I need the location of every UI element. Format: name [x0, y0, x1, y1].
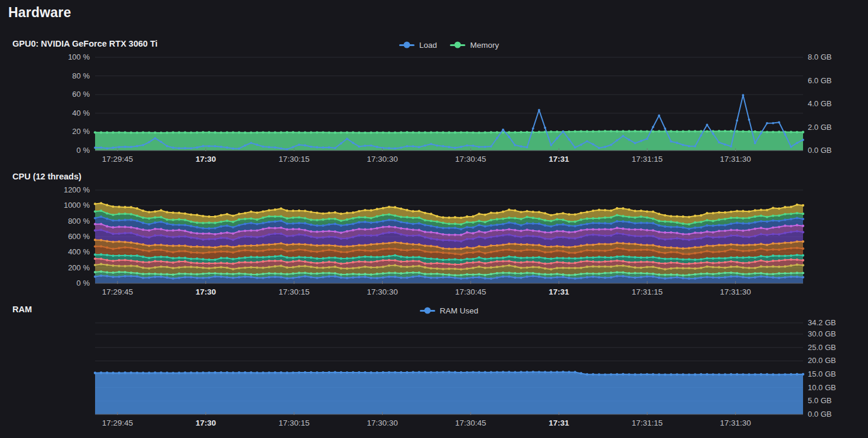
y-axis-tick-label: 600 % [13, 232, 90, 241]
y-axis-tick-label: 100 % [13, 53, 90, 61]
y-axis-tick-label: 0.0 GB [808, 410, 868, 419]
y-axis-tick-label: 40 % [13, 109, 90, 117]
x-axis-tick-label: 17:31:30 [707, 155, 764, 164]
y-axis-tick-label: 4.0 GB [808, 99, 868, 108]
y-axis-tick-label: 80 % [13, 71, 90, 80]
x-axis-tick-label: 17:31 [531, 155, 588, 164]
y-axis-tick-label: 0 % [13, 279, 90, 287]
x-axis-tick-label: 17:30:45 [442, 287, 499, 296]
ram-usage-chart[interactable] [95, 323, 803, 414]
x-axis-tick-label: 17:30:15 [266, 419, 322, 427]
ram-chart-title: RAM [12, 305, 32, 314]
memory-legend-dot-icon [455, 42, 461, 48]
legend-label-ram-used: RAM Used [440, 306, 478, 315]
y-axis-tick-label: 5.0 GB [808, 396, 868, 405]
x-axis-tick-label: 17:30:30 [354, 287, 411, 296]
y-axis-tick-label: 2.0 GB [808, 123, 868, 132]
x-axis-tick-label: 17:31:15 [619, 287, 676, 296]
y-axis-tick-label: 34.2 GB [808, 318, 868, 327]
y-axis-tick-label: 0 % [13, 146, 90, 155]
x-axis-tick-label: 17:31 [531, 419, 588, 427]
legend-item-memory[interactable]: Memory [450, 41, 499, 50]
ram-used-legend-marker-icon [420, 310, 435, 312]
gpu-legend: Load Memory [95, 40, 803, 50]
x-axis-tick-label: 17:30 [178, 155, 234, 164]
x-axis-tick-label: 17:30 [178, 419, 234, 427]
legend-item-load[interactable]: Load [399, 41, 437, 50]
x-axis-tick-label: 17:30:45 [442, 419, 499, 427]
y-axis-tick-label: 20.0 GB [808, 356, 868, 365]
x-axis-tick-label: 17:31:15 [619, 419, 676, 427]
x-axis-tick-label: 17:29:45 [89, 419, 146, 427]
x-axis-tick-label: 17:30 [178, 287, 234, 296]
y-axis-tick-label: 6.0 GB [808, 76, 868, 85]
y-axis-tick-label: 0.0 GB [808, 146, 868, 155]
hardware-dashboard: Hardware GPU0: NVIDIA GeForce RTX 3060 T… [0, 0, 868, 438]
ram-legend: RAM Used [95, 305, 803, 316]
y-axis-tick-label: 400 % [13, 247, 90, 256]
y-axis-tick-label: 20 % [13, 127, 90, 136]
x-axis-tick-label: 17:31:30 [707, 287, 764, 296]
memory-legend-marker-icon [450, 44, 465, 46]
x-axis-tick-label: 17:31 [531, 287, 588, 296]
legend-label-load: Load [419, 41, 437, 50]
cpu-chart-title: CPU (12 threads) [12, 172, 81, 181]
x-axis-tick-label: 17:30:30 [354, 419, 411, 427]
legend-item-ram-used[interactable]: RAM Used [420, 306, 478, 315]
y-axis-tick-label: 15.0 GB [808, 370, 868, 378]
x-axis-tick-label: 17:31:30 [707, 419, 764, 427]
y-axis-tick-label: 200 % [13, 263, 90, 272]
x-axis-tick-label: 17:30:15 [266, 287, 322, 296]
x-axis-tick-label: 17:31:15 [619, 155, 676, 164]
y-axis-tick-label: 10.0 GB [808, 383, 868, 392]
x-axis-tick-label: 17:29:45 [89, 155, 146, 164]
y-axis-tick-label: 60 % [13, 90, 90, 99]
x-axis-tick-label: 17:29:45 [89, 287, 146, 296]
ram-used-legend-dot-icon [424, 308, 430, 314]
y-axis-tick-label: 1000 % [13, 201, 90, 210]
y-axis-tick-label: 800 % [13, 217, 90, 225]
y-axis-tick-label: 8.0 GB [808, 53, 868, 61]
y-axis-tick-label: 25.0 GB [808, 343, 868, 352]
x-axis-tick-label: 17:30:30 [354, 155, 411, 164]
gpu-usage-chart[interactable] [95, 57, 803, 151]
load-legend-marker-icon [399, 44, 415, 46]
load-legend-dot-icon [404, 42, 410, 48]
x-axis-tick-label: 17:30:45 [442, 155, 499, 164]
y-axis-tick-label: 30.0 GB [808, 329, 868, 338]
cpu-threads-chart[interactable] [95, 190, 803, 283]
y-axis-tick-label: 1200 % [13, 185, 90, 194]
page-title: Hardware [8, 5, 71, 21]
legend-label-memory: Memory [470, 41, 499, 50]
x-axis-tick-label: 17:30:15 [266, 155, 322, 164]
